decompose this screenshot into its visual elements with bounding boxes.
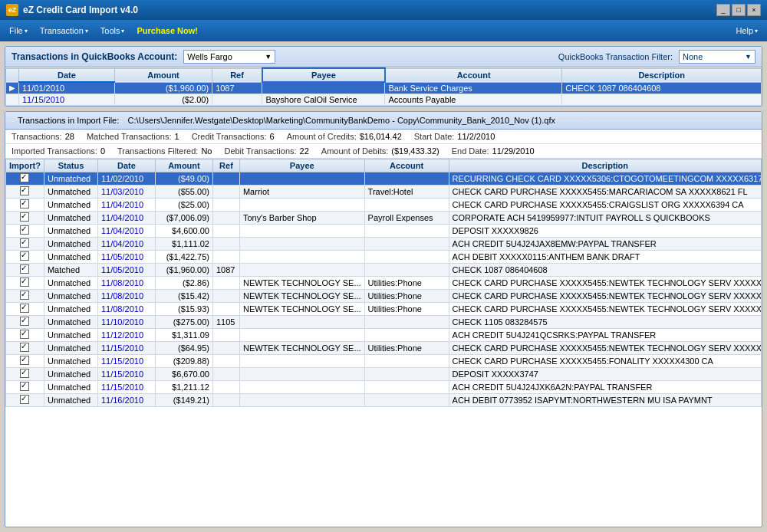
checkbox-icon (20, 330, 29, 339)
cell-payee (239, 381, 364, 394)
cell-ref: 1087 (212, 264, 239, 277)
checkbox-icon (20, 369, 29, 378)
cell-account: Bank Service Charges (385, 82, 562, 94)
import-checkbox[interactable] (6, 316, 44, 329)
col-account: Account (364, 159, 449, 172)
list-item[interactable]: Unmatched 11/03/2010 ($55.00) Marriot Tr… (6, 186, 762, 199)
list-item[interactable]: Unmatched 11/04/2010 $4,600.00 DEPOSIT X… (6, 225, 762, 238)
close-button[interactable]: × (747, 4, 761, 16)
import-checkbox[interactable] (6, 212, 44, 225)
checkbox-icon (20, 225, 29, 235)
import-checkbox[interactable] (6, 172, 44, 186)
table-row[interactable]: ▶ 11/01/2010 ($1,960.00) 1087 Bank Servi… (6, 82, 762, 94)
import-checkbox[interactable] (6, 238, 44, 251)
import-checkbox[interactable] (6, 225, 44, 238)
list-item[interactable]: Unmatched 11/15/2010 ($209.88) CHECK CAR… (6, 355, 762, 368)
list-item[interactable]: Unmatched 11/04/2010 ($25.00) CHECK CARD… (6, 199, 762, 212)
window-controls[interactable]: _ □ × (716, 4, 761, 16)
checkbox-icon (20, 173, 29, 182)
import-table-container[interactable]: Import? Status Date Amount Ref Payee Acc… (5, 159, 762, 527)
import-checkbox[interactable] (6, 342, 44, 355)
cell-description (562, 94, 762, 106)
stats-row-1: Transactions: 28 Matched Transactions: 1… (5, 130, 762, 144)
import-checkbox[interactable] (6, 251, 44, 264)
account-select[interactable]: Wells Fargo ▼ (183, 50, 275, 64)
import-checkbox[interactable] (6, 199, 44, 212)
maximize-button[interactable]: □ (732, 4, 746, 16)
cell-date: 11/12/2010 (97, 329, 155, 342)
top-panel-header: Transactions in QuickBooks Account: Well… (5, 47, 762, 67)
list-item[interactable]: Unmatched 11/15/2010 $6,670.00 DEPOSIT X… (6, 368, 762, 381)
cell-amount: ($149.21) (155, 394, 212, 407)
cell-description: ACH CREDIT 5U4J24JAX8EMW:PAYPAL TRANSFER (449, 238, 761, 251)
import-checkbox[interactable] (6, 264, 44, 277)
list-item[interactable]: Unmatched 11/08/2010 ($2.86) NEWTEK TECH… (6, 277, 762, 290)
menu-file[interactable]: File ▾ (3, 23, 34, 38)
col-date: Date (97, 159, 155, 172)
checkbox-icon (20, 186, 29, 195)
cell-account (364, 355, 449, 368)
list-item[interactable]: Unmatched 11/02/2010 ($49.00) RECURRING … (6, 172, 762, 186)
cell-date: 11/04/2010 (97, 212, 155, 225)
import-checkbox[interactable] (6, 329, 44, 342)
import-checkbox[interactable] (6, 290, 44, 303)
cell-status: Unmatched (44, 316, 97, 329)
list-item[interactable]: Unmatched 11/15/2010 $1,211.12 ACH CREDI… (6, 381, 762, 394)
row-indicator: ▶ (6, 82, 19, 94)
filter-select[interactable]: None ▼ (679, 50, 755, 64)
minimize-button[interactable]: _ (716, 4, 730, 16)
menu-tools[interactable]: Tools ▾ (94, 23, 131, 38)
list-item[interactable]: Unmatched 11/08/2010 ($15.93) NEWTEK TEC… (6, 303, 762, 316)
col-date[interactable]: Date (19, 68, 115, 82)
cell-payee (239, 329, 364, 342)
cell-ref (212, 394, 239, 407)
cell-account (364, 238, 449, 251)
col-ref: Ref (212, 68, 262, 82)
import-checkbox[interactable] (6, 303, 44, 316)
cell-description: CHECK CARD PURCHASE XXXXX5455:NEWTEK TEC… (449, 303, 761, 316)
cell-date: 11/02/2010 (97, 172, 155, 186)
import-checkbox[interactable] (6, 368, 44, 381)
import-checkbox[interactable] (6, 355, 44, 368)
list-item[interactable]: Matched 11/05/2010 ($1,960.00) 1087 CHEC… (6, 264, 762, 277)
cell-ref (212, 290, 239, 303)
cell-account (364, 264, 449, 277)
checkbox-icon (20, 199, 29, 209)
cell-description: ACH CREDIT 5U4J241QCSRKS:PAYPAL TRANSFER (449, 329, 761, 342)
cell-account (364, 199, 449, 212)
import-table: Import? Status Date Amount Ref Payee Acc… (5, 159, 762, 407)
import-checkbox[interactable] (6, 381, 44, 394)
cell-amount: ($1,960.00) (155, 264, 212, 277)
menu-transaction[interactable]: Transaction ▾ (34, 23, 94, 38)
chevron-down-icon: ▾ (85, 28, 88, 34)
col-description: Description (562, 68, 762, 82)
chevron-down-icon: ▾ (25, 28, 28, 34)
import-checkbox[interactable] (6, 186, 44, 199)
cell-description: CHECK CARD PURCHASE XXXXX5455:NEWTEK TEC… (449, 277, 761, 290)
checkbox-icon (20, 304, 29, 313)
list-item[interactable]: Unmatched 11/12/2010 $1,311.09 ACH CREDI… (6, 329, 762, 342)
cell-account (364, 251, 449, 264)
menu-help[interactable]: Help ▾ (729, 23, 764, 38)
list-item[interactable]: Unmatched 11/04/2010 $1,111.02 ACH CREDI… (6, 238, 762, 251)
cell-status: Unmatched (44, 355, 97, 368)
stat-amount-credits: Amount of Credits: $16,014.42 (287, 132, 402, 141)
stat-credit-transactions: Credit Transactions: 6 (192, 132, 275, 141)
cell-amount: ($55.00) (155, 186, 212, 199)
cell-payee: Marriot (239, 186, 364, 199)
cell-date: 11/04/2010 (97, 225, 155, 238)
col-account: Account (385, 68, 562, 82)
import-checkbox[interactable] (6, 277, 44, 290)
menu-purchase-now[interactable]: Purchase Now! (130, 23, 203, 38)
import-checkbox[interactable] (6, 394, 44, 407)
list-item[interactable]: Unmatched 11/04/2010 ($7,006.09) Tony's … (6, 212, 762, 225)
list-item[interactable]: Unmatched 11/15/2010 ($64.95) NEWTEK TEC… (6, 342, 762, 355)
list-item[interactable]: Unmatched 11/10/2010 ($275.00) 1105 CHEC… (6, 316, 762, 329)
list-item[interactable]: Unmatched 11/08/2010 ($15.42) NEWTEK TEC… (6, 290, 762, 303)
table-row[interactable]: 11/15/2010 ($2.00) Bayshore CalOil Servi… (6, 94, 762, 106)
list-item[interactable]: Unmatched 11/16/2010 ($149.21) ACH DEBIT… (6, 394, 762, 407)
stat-debit-transactions: Debit Transactions: 22 (224, 146, 308, 156)
cell-status: Unmatched (44, 368, 97, 381)
stat-amount-debits: Amount of Debits: ($19,433.32) (321, 146, 439, 156)
list-item[interactable]: Unmatched 11/05/2010 ($1,422.75) ACH DEB… (6, 251, 762, 264)
